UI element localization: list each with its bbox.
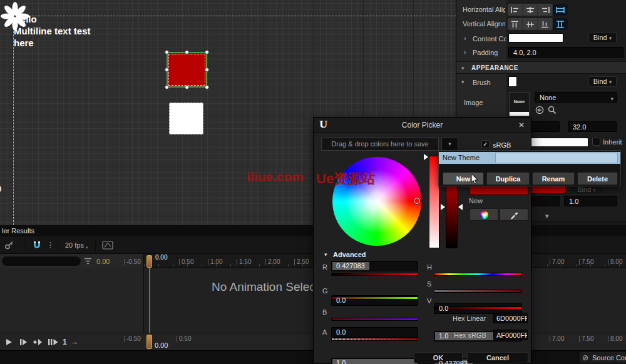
content-color-swatch[interactable]: [508, 33, 563, 43]
selection-handle[interactable]: [205, 68, 209, 72]
compiler-results-tab[interactable]: ler Results: [2, 227, 34, 235]
curve-editor-icon[interactable]: [102, 240, 113, 250]
image-size-y-field[interactable]: 32.0: [568, 121, 617, 132]
source-control-button[interactable]: ⊘ Source Con: [580, 352, 626, 363]
appearance-section-header[interactable]: ▾ APPEARANCE: [456, 61, 626, 74]
image-thumbnail[interactable]: None: [509, 92, 530, 116]
content-color-label: Content Color: [473, 35, 506, 43]
selected-red-image-widget[interactable]: [167, 52, 207, 88]
inherit-checkbox[interactable]: [592, 138, 600, 146]
brush-bind-button[interactable]: Bind ▾: [588, 76, 617, 87]
eyedropper-button[interactable]: [500, 208, 528, 221]
use-selected-asset-icon[interactable]: [535, 106, 544, 114]
snap-magnet-icon[interactable]: [32, 240, 42, 250]
value-marker-right[interactable]: [458, 204, 463, 210]
content-color-expander-icon[interactable]: ›: [464, 34, 466, 42]
image-thumbnail-label: None: [510, 99, 529, 104]
step-forward-button[interactable]: [19, 338, 28, 346]
chevron-down-icon: ▾: [593, 187, 596, 193]
padding-expander-icon[interactable]: ›: [464, 48, 466, 56]
theme-drop-area[interactable]: Drag & drop colors here to save: [321, 138, 439, 151]
a-gradient-bar[interactable]: [331, 338, 418, 341]
advanced-expander-icon[interactable]: ▾: [324, 251, 327, 258]
loop-once-icon[interactable]: 1: [63, 338, 67, 346]
a-slider[interactable]: 1.0: [331, 358, 418, 364]
selection-handle[interactable]: [165, 50, 169, 54]
b-slider-label: B: [322, 308, 327, 316]
playhead-marker[interactable]: [146, 255, 152, 268]
fps-dropdown[interactable]: 20 fps: [65, 241, 84, 249]
jump-to-end-button[interactable]: [48, 338, 59, 346]
valign-top-button[interactable]: [508, 18, 523, 30]
halign-right-button[interactable]: [538, 4, 553, 16]
h-gradient-bar[interactable]: [434, 273, 522, 276]
theme-name-row[interactable]: New Theme: [439, 152, 620, 164]
value-marker-left[interactable]: [441, 204, 445, 210]
wheel-selector-ring[interactable]: [414, 198, 420, 204]
image-label: Image: [464, 99, 501, 106]
alpha-field[interactable]: 1.0: [564, 196, 617, 206]
halign-left-button[interactable]: [508, 4, 523, 16]
white-image-widget[interactable]: [169, 103, 203, 134]
theme-name-label: New: [469, 197, 483, 205]
g-slider[interactable]: 0.0: [331, 295, 418, 306]
valign-fill-button[interactable]: [553, 18, 568, 30]
srgb-preview-checkbox[interactable]: ✓: [481, 140, 490, 148]
partial-zero-overlay: 0: [0, 183, 1, 194]
dialog-title-bar[interactable]: U Color Picker ✕: [314, 118, 531, 133]
s-slider[interactable]: 1.0: [434, 331, 522, 341]
valign-bottom-button[interactable]: [538, 18, 553, 30]
filter-icon[interactable]: [84, 258, 92, 265]
browse-asset-icon[interactable]: [548, 106, 557, 114]
section-chevron-icon[interactable]: ▾: [545, 212, 549, 220]
close-icon[interactable]: ✕: [518, 121, 525, 129]
horizontal-alignment-control: [508, 4, 568, 16]
selection-handle[interactable]: [165, 85, 169, 89]
kebab-menu-icon[interactable]: ⋮: [46, 240, 54, 250]
theme-rename-button[interactable]: Renam: [532, 172, 575, 185]
image-asset-dropdown[interactable]: None ▾: [535, 92, 617, 103]
halign-center-button[interactable]: [523, 4, 538, 16]
brush-swatch[interactable]: [508, 76, 517, 87]
halign-fill-button[interactable]: [553, 4, 568, 16]
r-gradient-bar[interactable]: [331, 273, 418, 276]
jump-to-next-key-button[interactable]: [33, 338, 43, 346]
padding-field[interactable]: 4.0, 2.0: [508, 47, 623, 58]
theme-color-swatch[interactable]: [469, 186, 528, 195]
play-button[interactable]: [5, 338, 14, 346]
h-slider-label: H: [427, 263, 432, 271]
theme-name-edit-field[interactable]: [495, 153, 618, 163]
playhead-line[interactable]: [149, 268, 150, 333]
bottom-playhead-marker[interactable]: [146, 335, 152, 349]
selection-handle[interactable]: [185, 50, 189, 54]
theme-duplicate-button[interactable]: Duplica: [486, 172, 530, 185]
b-slider[interactable]: 0.0: [331, 327, 418, 338]
brush-expander-icon[interactable]: ▾: [461, 79, 464, 85]
source-control-status-icon: ⊘: [582, 353, 588, 362]
selection-handle[interactable]: [165, 68, 169, 72]
hex-linear-field[interactable]: 6D0000FF: [493, 313, 528, 323]
selection-handle[interactable]: [185, 85, 189, 89]
toolbar-separator: [58, 239, 58, 251]
tint-color-swatch[interactable]: [524, 138, 588, 147]
track-search-input[interactable]: [1, 256, 81, 266]
throbber-flower-icon: [0, 1, 31, 32]
wheel-mode-button[interactable]: [470, 208, 498, 221]
b-gradient-bar[interactable]: [331, 318, 418, 321]
toolbar-separator: [24, 239, 24, 251]
theme-menu-button[interactable]: ▾: [441, 138, 458, 151]
ruler-tick: 7.00: [550, 336, 564, 342]
v-slider[interactable]: 0.427083: [434, 358, 522, 364]
play-direction-arrow-icon[interactable]: →: [70, 337, 78, 346]
s-gradient-bar[interactable]: [434, 290, 522, 293]
r-slider[interactable]: 0.427083: [331, 261, 418, 271]
keyframe-key-icon[interactable]: [4, 240, 14, 250]
selection-handle[interactable]: [205, 50, 209, 54]
selection-handle[interactable]: [205, 85, 209, 89]
valign-center-button[interactable]: [523, 18, 538, 30]
current-time-display[interactable]: 0.00: [96, 258, 110, 265]
theme-delete-button[interactable]: Delete: [577, 172, 618, 185]
content-color-bind-button[interactable]: Bind ▾: [588, 33, 617, 43]
saturation-marker[interactable]: [424, 154, 428, 160]
h-slider[interactable]: 0.0: [434, 303, 522, 314]
